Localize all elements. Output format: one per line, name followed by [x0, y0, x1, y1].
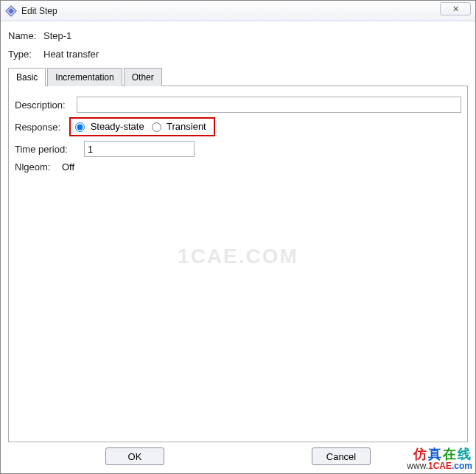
tab-incrementation[interactable]: Incrementation: [47, 68, 122, 86]
tab-other[interactable]: Other: [124, 68, 162, 86]
name-label: Name:: [8, 30, 43, 41]
description-label: Description:: [15, 100, 74, 111]
response-label: Response:: [15, 122, 66, 133]
tab-pane-basic: Description: Response: Steady-state Tran…: [8, 86, 468, 442]
name-value: Step-1: [43, 30, 71, 41]
type-label: Type:: [8, 49, 43, 60]
radio-transient-input[interactable]: [152, 122, 161, 132]
radio-steady-state-label: Steady-state: [91, 121, 144, 132]
watermark-text: 1CAE.COM: [178, 245, 298, 268]
time-period-input[interactable]: [84, 141, 195, 157]
window-title: Edit Step: [21, 6, 57, 16]
nlgeom-label: Nlgeom:: [15, 161, 59, 172]
description-input[interactable]: [77, 97, 461, 113]
cancel-button[interactable]: Cancel: [312, 447, 371, 465]
tab-bar: Basic Incrementation Other: [8, 67, 468, 86]
time-period-row: Time period:: [15, 141, 461, 157]
titlebar: Edit Step ✕: [1, 1, 475, 21]
radio-transient-label: Transient: [167, 121, 206, 132]
close-button[interactable]: ✕: [440, 2, 471, 15]
app-icon: [5, 5, 17, 17]
edit-step-dialog: Edit Step ✕ Name: Step-1 Type: Heat tran…: [0, 0, 476, 474]
button-bar: OK Cancel: [8, 442, 468, 470]
content-area: Name: Step-1 Type: Heat transfer Basic I…: [1, 21, 475, 473]
response-row: Response: Steady-state Transient: [15, 117, 461, 136]
tab-basic[interactable]: Basic: [8, 68, 46, 86]
name-row: Name: Step-1: [8, 30, 468, 41]
radio-transient[interactable]: Transient: [152, 121, 206, 132]
nlgeom-value: Off: [62, 161, 74, 172]
type-value: Heat transfer: [43, 49, 99, 60]
type-row: Type: Heat transfer: [8, 49, 468, 60]
nlgeom-row: Nlgeom: Off: [15, 161, 461, 172]
description-row: Description:: [15, 97, 461, 113]
time-period-label: Time period:: [15, 144, 81, 155]
response-highlight: Steady-state Transient: [69, 117, 215, 136]
ok-button[interactable]: OK: [105, 447, 164, 465]
radio-steady-state-input[interactable]: [75, 122, 85, 132]
close-icon: ✕: [452, 4, 459, 14]
radio-steady-state[interactable]: Steady-state: [75, 121, 144, 132]
